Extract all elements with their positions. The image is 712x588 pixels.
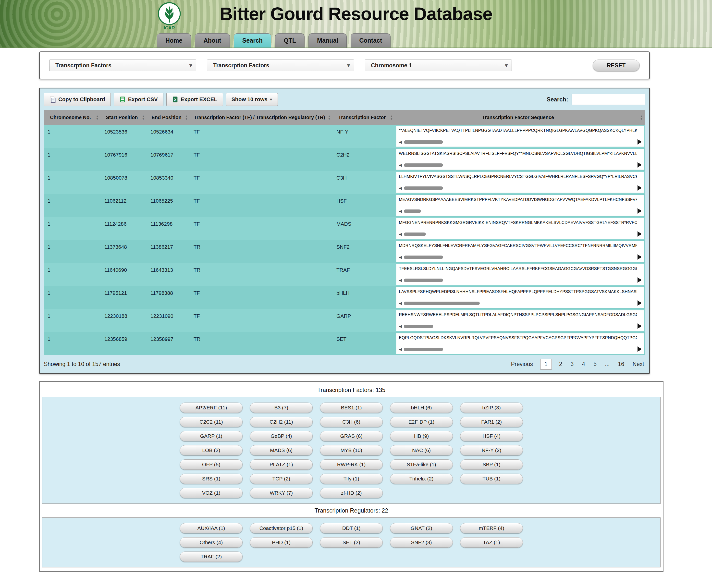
chromosome-select[interactable]: Chromosome 1 ▾ [365,60,512,71]
tf-family-pill[interactable]: LOB (2) [180,445,243,456]
page-button[interactable]: 4 [581,359,586,369]
sort-icon[interactable]: ▲▼ [640,115,643,120]
scroll-left-icon[interactable]: ◀ [399,255,402,259]
show-rows-dropdown[interactable]: Show 10 rows ▾ [226,93,278,106]
tf-family-pill[interactable]: C2C2 (11) [180,417,243,427]
scroll-right-icon[interactable] [637,139,642,145]
tf-family-pill[interactable]: NF-Y (2) [460,445,523,456]
tf-family-pill[interactable]: OFP (5) [180,459,243,470]
tr-family-pill[interactable]: GNAT (2) [390,523,453,533]
tf-family-pill[interactable]: SBP (1) [460,459,523,470]
reset-button[interactable]: RESET [593,60,640,71]
page-button[interactable]: 1 [540,359,552,370]
tf-family-pill[interactable]: C2H2 (11) [250,417,313,427]
tf-family-pill[interactable]: HSF (4) [460,431,523,441]
tr-family-pill[interactable]: DDT (1) [320,523,383,533]
page-button[interactable]: 2 [558,359,563,369]
page-button[interactable]: Next [632,359,645,369]
copy-to-clipboard-button[interactable]: Copy to Clipboard [44,93,111,106]
tf-family-pill[interactable]: bHLH (6) [390,402,453,413]
column-header[interactable]: Transcription Factor Sequence ▲▼ [395,110,645,125]
tf-family-pill[interactable]: VOZ (1) [180,488,243,498]
nav-tab[interactable]: Search [234,33,271,47]
scroll-right-icon[interactable] [637,185,642,191]
scroll-left-icon[interactable]: ◀ [399,301,402,306]
page-button[interactable]: Previous [510,359,533,369]
scrollbar-thumb[interactable] [404,232,426,236]
tf-family-pill[interactable]: HB (9) [390,431,453,441]
tf-family-pill[interactable]: E2F-DP (1) [390,417,453,427]
tf-family-pill[interactable]: GeBP (4) [250,431,313,441]
scroll-left-icon[interactable]: ◀ [399,324,402,329]
scrollbar-thumb[interactable] [404,163,443,167]
sort-icon[interactable]: ▲▼ [96,115,99,120]
column-header[interactable]: Chromosome No. ▲▼ [44,110,101,125]
tr-family-pill[interactable]: SET (2) [320,537,383,548]
scrollbar-thumb[interactable] [404,301,480,305]
tr-family-pill[interactable]: PHD (1) [250,537,313,548]
scroll-right-icon[interactable] [637,323,642,329]
scrollbar-thumb[interactable] [404,140,443,144]
sequence-scrollbar[interactable]: ◀ [399,209,421,213]
tf-family-pill[interactable]: RWP-RK (1) [320,459,383,470]
scroll-left-icon[interactable]: ◀ [399,163,402,167]
scroll-left-icon[interactable]: ◀ [399,140,402,144]
tf-family-pill[interactable]: GRAS (6) [320,431,383,441]
sequence-scrollbar[interactable]: ◀ [399,186,443,190]
tf-family-pill[interactable]: B3 (7) [250,402,313,413]
nav-tab[interactable]: QTL [275,33,305,47]
nav-tab[interactable]: Manual [309,33,347,47]
scrollbar-thumb[interactable] [404,186,443,190]
tr-family-pill[interactable]: mTERF (4) [460,523,523,533]
tf-family-pill[interactable]: bZIP (3) [460,402,523,413]
scroll-right-icon[interactable] [637,254,642,260]
sequence-scrollbar[interactable]: ◀ [399,232,426,236]
column-header[interactable]: End Position ▲▼ [147,110,190,125]
tf-family-pill[interactable]: MADS (6) [250,445,313,456]
scrollbar-thumb[interactable] [404,255,443,259]
tf-family-pill[interactable]: TUB (1) [460,474,523,484]
sequence-scrollbar[interactable]: ◀ [399,163,443,167]
tf-family-pill[interactable]: MYB (10) [320,445,383,456]
scroll-left-icon[interactable]: ◀ [399,232,402,236]
tr-family-pill[interactable]: AUX/IAA (1) [180,523,243,533]
column-header[interactable]: Transcription Factor (TF) / Transcriptio… [190,110,333,125]
tf-family-pill[interactable]: WRKY (7) [250,488,313,498]
tf-family-pill[interactable]: AP2/ERF (11) [180,402,243,413]
scroll-left-icon[interactable]: ◀ [399,186,402,190]
nav-tab[interactable]: About [195,33,230,47]
nav-tab[interactable]: Home [157,33,191,47]
tf-family-pill[interactable]: zf-HD (2) [320,488,383,498]
tf-family-pill[interactable]: C3H (6) [320,417,383,427]
page-button[interactable]: 3 [570,359,575,369]
sequence-scrollbar[interactable]: ◀ [399,140,443,144]
scroll-right-icon[interactable] [637,208,642,214]
tf-family-pill[interactable]: GARP (1) [180,431,243,441]
tr-family-pill[interactable]: TRAF (2) [180,551,243,562]
column-header[interactable]: Transcription Factor ▲▼ [333,110,395,125]
scroll-left-icon[interactable]: ◀ [399,278,402,282]
sequence-scrollbar[interactable]: ◀ [399,278,443,282]
tf-category-select[interactable]: Transcrption Factors ▾ [49,60,196,71]
page-button[interactable]: ... [604,359,611,369]
page-button[interactable]: 16 [617,359,625,369]
search-input[interactable] [572,94,645,105]
sequence-scrollbar[interactable]: ◀ [399,255,443,259]
scroll-left-icon[interactable]: ◀ [399,347,402,352]
scrollbar-thumb[interactable] [404,278,443,282]
tf-family-pill[interactable]: TCP (2) [250,474,313,484]
tr-family-pill[interactable]: SNF2 (3) [390,537,453,548]
tf-family-pill[interactable]: S1Fa-like (1) [390,459,453,470]
scroll-right-icon[interactable] [637,162,642,168]
tf-family-select[interactable]: Transcrption Factors ▾ [207,60,354,71]
scrollbar-thumb[interactable] [404,324,433,328]
scroll-left-icon[interactable]: ◀ [399,209,402,213]
column-header[interactable]: Start Position ▲▼ [101,110,147,125]
page-button[interactable]: 5 [592,359,598,369]
tf-family-pill[interactable]: FAR1 (2) [460,417,523,427]
scrollbar-thumb[interactable] [404,209,421,213]
scroll-right-icon[interactable] [637,277,642,283]
sort-icon[interactable]: ▲▼ [185,115,188,120]
tf-family-pill[interactable]: NAC (6) [390,445,453,456]
tf-family-pill[interactable]: Tify (1) [320,474,383,484]
